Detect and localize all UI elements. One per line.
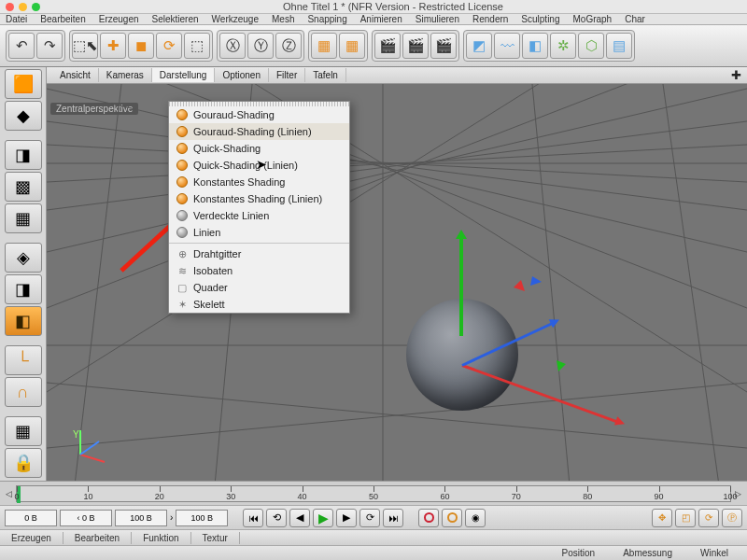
key-pos-button[interactable]: ✥ [652, 509, 672, 527]
gizmo-y-axis[interactable] [459, 233, 463, 336]
snap-grid-button[interactable]: ▦ [5, 416, 42, 446]
maximize-icon[interactable] [32, 3, 40, 11]
svg-marker-19 [514, 280, 525, 291]
menu-quader[interactable]: ▢Quader [169, 279, 349, 296]
axis-y-button[interactable]: Ⓨ [247, 33, 274, 59]
texture-mode-button[interactable]: ▩ [5, 172, 42, 202]
render-settings-button[interactable]: ▦ [339, 33, 365, 59]
select-tool[interactable]: ⬚⬉ [72, 33, 98, 59]
generator-button[interactable]: ✲ [550, 33, 576, 59]
menu-quick[interactable]: Quick-Shading [169, 140, 349, 157]
svg-line-18 [663, 84, 719, 481]
lock-button[interactable]: 🔒 [5, 448, 42, 478]
tab-erzeugen[interactable]: Erzeugen [0, 532, 63, 544]
menu-char[interactable]: Char [625, 14, 645, 24]
spline-primitive-button[interactable]: 〰 [494, 33, 520, 59]
key-rot-button[interactable]: ⟳ [698, 509, 719, 527]
environment-button[interactable]: ▤ [606, 33, 632, 59]
3d-viewport[interactable]: Zentralperspektive [47, 84, 747, 481]
close-icon[interactable] [6, 3, 14, 11]
tab-textur[interactable]: Textur [191, 532, 240, 544]
vp-tab-darstellung[interactable]: Darstellung [152, 68, 216, 82]
vp-tab-kameras[interactable]: Kameras [99, 68, 152, 82]
menu-gouraud[interactable]: Gouraud-Shading [169, 106, 349, 123]
goto-end-button[interactable]: ⏭ [383, 509, 403, 527]
menu-animieren[interactable]: Animieren [360, 14, 402, 24]
status-winkel: Winkel [700, 548, 728, 558]
app-menubar: Datei Bearbeiten Erzeugen Selektieren We… [0, 14, 747, 25]
next-frame-button[interactable]: ▶ [336, 509, 357, 527]
polygons-mode-button[interactable]: ◧ [5, 306, 42, 336]
menu-konstant[interactable]: Konstantes Shading [169, 174, 349, 190]
next-key-button[interactable]: ⟳ [359, 509, 380, 527]
clapper1-icon[interactable]: 🎬 [374, 33, 401, 59]
undo-button[interactable]: ↶ [8, 33, 35, 59]
play-button[interactable]: ▶ [313, 509, 333, 527]
tab-funktion[interactable]: Funktion [132, 532, 190, 544]
range-start-field[interactable]: 100 B [115, 510, 167, 526]
deformer-button[interactable]: ⬡ [578, 33, 604, 59]
menu-bearbeiten[interactable]: Bearbeiten [40, 14, 85, 24]
vp-tab-filter[interactable]: Filter [269, 68, 305, 82]
key-param-button[interactable]: Ⓟ [722, 509, 742, 527]
ruler[interactable]: 0102030405060708090100 [16, 485, 731, 502]
key-scale-button[interactable]: ◰ [675, 509, 696, 527]
menu-erzeugen[interactable]: Erzeugen [99, 14, 139, 24]
menu-datei[interactable]: Datei [6, 14, 27, 24]
gizmo-handles[interactable] [504, 271, 588, 401]
vp-tab-ansicht[interactable]: Ansicht [52, 68, 99, 82]
menu-skelett[interactable]: ✶Skelett [169, 296, 349, 313]
menu-verdeckte[interactable]: Verdeckte Linien [169, 207, 349, 224]
prev-frame-button[interactable]: ◀ [289, 509, 310, 527]
menu-isobaten[interactable]: ≋Isobaten [169, 262, 349, 279]
menu-sculpting[interactable]: Sculpting [521, 14, 559, 24]
clapper2-icon[interactable]: 🎬 [402, 33, 429, 59]
vp-tab-tafeln[interactable]: Tafeln [305, 68, 346, 82]
prev-key-button[interactable]: ⟲ [266, 509, 287, 527]
minimize-icon[interactable] [19, 3, 27, 11]
clapper3-icon[interactable]: 🎬 [430, 33, 457, 59]
model-mode-button[interactable]: ◆ [5, 101, 42, 131]
axis-z-button[interactable]: Ⓩ [275, 33, 302, 59]
timeline-ruler[interactable]: ◁ 0102030405060708090100 ▷ [0, 481, 747, 505]
goto-start-button[interactable]: ⏮ [243, 509, 263, 527]
menu-werkzeuge[interactable]: Werkzeuge [212, 14, 259, 24]
menu-selektieren[interactable]: Selektieren [152, 14, 199, 24]
keyframe-sel-button[interactable]: ◉ [465, 509, 486, 527]
range-end-field[interactable]: 100 B [176, 510, 228, 526]
viewport-add-icon[interactable]: ✚ [731, 68, 741, 82]
menu-rendern[interactable]: Rendern [472, 14, 508, 24]
menu-drahtgitter[interactable]: ⊕Drahtgitter [169, 245, 349, 262]
magnet-button[interactable]: ∩ [5, 377, 42, 407]
tab-bearbeiten[interactable]: Bearbeiten [63, 532, 132, 544]
lasso-tool[interactable]: ⬚ [184, 33, 210, 59]
workplane-button[interactable]: ▦ [5, 203, 42, 233]
ruler-handle-left-icon[interactable]: ◁ [6, 489, 12, 498]
cube-primitive-button[interactable]: ◩ [466, 33, 492, 59]
scale-tool[interactable]: ◼ [128, 33, 154, 59]
menu-linien[interactable]: Linien [169, 224, 349, 241]
menu-mesh[interactable]: Mesh [272, 14, 294, 24]
nurbs-button[interactable]: ◧ [522, 33, 548, 59]
object-mode-button[interactable]: ◨ [5, 140, 42, 170]
vp-tab-optionen[interactable]: Optionen [215, 68, 269, 82]
record-button[interactable] [418, 509, 439, 527]
make-editable-button[interactable]: 🟧 [5, 69, 42, 99]
menu-snapping[interactable]: Snapping [307, 14, 346, 24]
rotate-tool[interactable]: ⟳ [156, 33, 182, 59]
edges-mode-button[interactable]: ◨ [5, 274, 42, 304]
axis-x-button[interactable]: Ⓧ [219, 33, 246, 59]
autokey-button[interactable] [442, 509, 462, 527]
render-view-button[interactable]: ▦ [311, 33, 337, 59]
current-frame-field[interactable]: 0 B [5, 510, 57, 526]
axis-tool-button[interactable]: └ [5, 345, 42, 375]
move-tool[interactable]: ✚ [100, 33, 126, 59]
menu-konstant-linien[interactable]: Konstantes Shading (Linien) [169, 190, 349, 207]
menu-simulieren[interactable]: Simulieren [416, 14, 459, 24]
menu-mograph[interactable]: MoGraph [572, 14, 612, 24]
points-mode-button[interactable]: ◈ [5, 243, 42, 273]
palette-tabbar: Erzeugen Bearbeiten Funktion Textur [0, 529, 747, 545]
range-start-mark[interactable]: ‹ 0 B [60, 510, 112, 526]
menu-gouraud-linien[interactable]: Gouraud-Shading (Linien) ➤ [169, 123, 349, 140]
redo-button[interactable]: ↷ [36, 33, 63, 59]
